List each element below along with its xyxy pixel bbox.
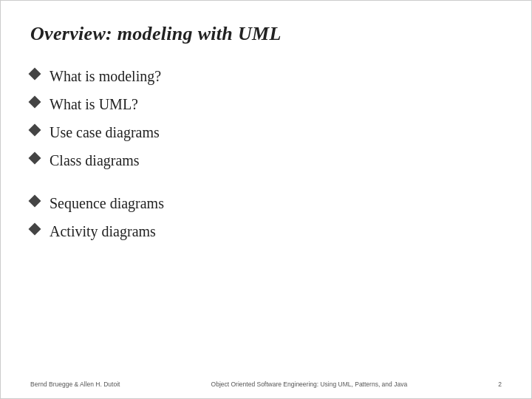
bullet-text: Use case diagrams (50, 122, 160, 143)
bullet-text: Class diagrams (50, 150, 140, 171)
list-item: Activity diagrams (30, 221, 502, 242)
list-item: Sequence diagrams (30, 193, 502, 214)
bullet-list-group2: Sequence diagrams Activity diagrams (30, 193, 502, 242)
bullet-icon (29, 152, 41, 165)
list-item: Class diagrams (30, 150, 502, 171)
footer-right: 2 (498, 381, 502, 388)
footer-left: Bernd Bruegge & Allen H. Dutoit (30, 381, 120, 388)
bullet-text: Sequence diagrams (50, 193, 164, 214)
group-spacer (30, 178, 502, 193)
bullet-icon (29, 68, 41, 81)
bullet-icon (29, 96, 41, 109)
bullet-icon (29, 195, 41, 208)
bullet-text: What is UML? (50, 94, 138, 115)
bullet-icon (29, 223, 41, 236)
slide-title: Overview: modeling with UML (30, 23, 502, 45)
bullet-list-group1: What is modeling? What is UML? Use case … (30, 66, 502, 171)
bullet-text: What is modeling? (50, 66, 161, 86)
bullet-text: Activity diagrams (50, 221, 156, 242)
list-item: What is modeling? (30, 66, 502, 86)
list-item: What is UML? (30, 94, 502, 115)
footer-center: Object Oriented Software Engineering: Us… (127, 381, 491, 388)
bullet-icon (29, 124, 41, 137)
list-item: Use case diagrams (30, 122, 502, 143)
slide: Overview: modeling with UML What is mode… (0, 0, 532, 399)
slide-footer: Bernd Bruegge & Allen H. Dutoit Object O… (30, 381, 502, 388)
